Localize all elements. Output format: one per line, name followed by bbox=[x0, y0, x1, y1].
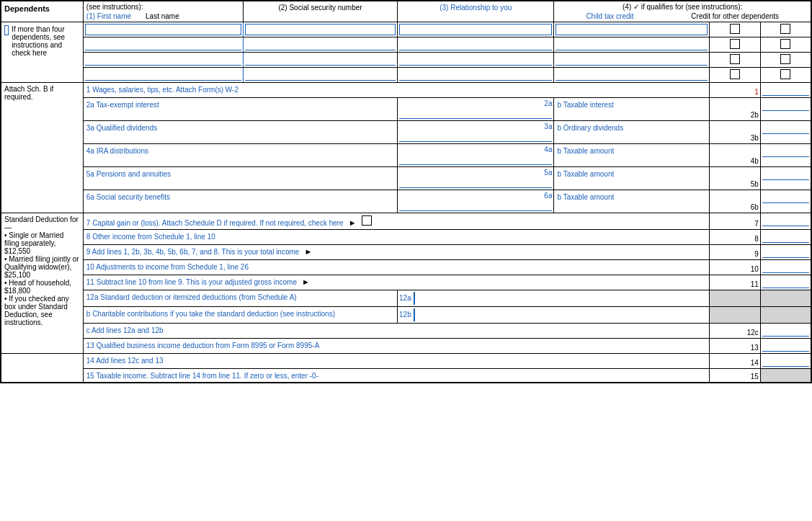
line-9-text: 9 Add lines 1, 2b, 3b, 4b, 5b, 6b, 7, an… bbox=[86, 248, 300, 256]
line-6b-input[interactable] bbox=[762, 192, 809, 203]
dep3-last-name[interactable] bbox=[245, 54, 396, 66]
dep1-first-name[interactable] bbox=[85, 24, 241, 35]
line-10-input[interactable] bbox=[762, 262, 809, 273]
line-14-row: 14 Add lines 12c and 13 14 bbox=[1, 354, 811, 369]
arrow-9: ► bbox=[304, 247, 312, 256]
line-4b-input[interactable] bbox=[762, 146, 809, 157]
line-11-num: 11 bbox=[751, 280, 759, 288]
dep3-other-dep-checkbox[interactable] bbox=[780, 54, 790, 64]
line-11-row: 11 Subtract line 10 from line 9. This is… bbox=[1, 275, 811, 290]
line-15-row: 15 Taxable income. Subtract line 14 from… bbox=[1, 369, 811, 383]
line-4a-label: 4a bbox=[544, 146, 552, 153]
line-3b-input[interactable] bbox=[762, 123, 809, 134]
dep1-relationship[interactable] bbox=[556, 24, 708, 35]
dep4-ssn[interactable] bbox=[399, 69, 552, 81]
line-13-row: 13 Qualified business income deduction f… bbox=[1, 339, 811, 354]
dependent-row-1: If more than four dependents, see instru… bbox=[1, 22, 811, 37]
line-2a-text: 2a Tax-exempt interest bbox=[86, 101, 159, 109]
line-9-num: 9 bbox=[754, 250, 759, 258]
dep2-last-name[interactable] bbox=[245, 39, 396, 50]
if-more-checkbox[interactable] bbox=[4, 25, 9, 35]
child-tax-credit-label: Child tax credit bbox=[586, 12, 633, 20]
line-14-text: 14 Add lines 12c and 13 bbox=[86, 357, 164, 365]
arrow-11: ► bbox=[302, 277, 310, 286]
dep4-other-dep-checkbox[interactable] bbox=[780, 69, 790, 79]
line-6a-label: 6a bbox=[544, 192, 552, 200]
last-name-label: Last name bbox=[146, 12, 179, 20]
line-14-num: 14 bbox=[751, 359, 759, 367]
col1-header: (see instructions): bbox=[86, 3, 240, 11]
line-3a-text: 3a Qualified dividends bbox=[86, 124, 157, 132]
col2-header: (2) Social security number bbox=[278, 4, 362, 12]
dep1-child-tax-checkbox[interactable] bbox=[730, 24, 740, 34]
dep4-child-tax-checkbox[interactable] bbox=[730, 69, 740, 79]
standard-deduction-label: Standard Deduction for— • Single or Marr… bbox=[4, 215, 79, 326]
line-6a-text: 6a Social security benefits bbox=[86, 193, 170, 201]
line-12c-input[interactable] bbox=[762, 325, 809, 337]
dep2-first-name[interactable] bbox=[85, 39, 241, 50]
dep2-other-dep-checkbox[interactable] bbox=[780, 39, 790, 49]
line-2b-label: b Taxable interest bbox=[557, 101, 613, 109]
line-5b-input[interactable] bbox=[762, 169, 809, 180]
col4-header: (4) ✓ if qualifies for (see instructions… bbox=[557, 3, 808, 11]
line-6b-label: b Taxable amount bbox=[557, 193, 614, 201]
dep2-ssn[interactable] bbox=[399, 39, 552, 50]
dependents-label: Dependents bbox=[4, 4, 50, 13]
dependent-row-2 bbox=[1, 37, 811, 53]
line-7-row: Standard Deduction for— • Single or Marr… bbox=[1, 213, 811, 230]
line-2b-num: 2b bbox=[751, 111, 759, 119]
line-12b-field-label: 12b bbox=[399, 311, 411, 319]
dep3-ssn[interactable] bbox=[399, 54, 552, 66]
line-5-row: 5a Pensions and annuities 5a b Taxable a… bbox=[1, 167, 811, 190]
line-13-input[interactable] bbox=[762, 340, 809, 352]
line-7-checkbox[interactable] bbox=[362, 215, 372, 226]
line-7-input[interactable] bbox=[762, 215, 809, 226]
dep2-relationship[interactable] bbox=[556, 39, 708, 50]
dep4-first-name[interactable] bbox=[85, 69, 241, 81]
line-3-row: 3a Qualified dividends 3a b Ordinary div… bbox=[1, 121, 811, 144]
line-13-num: 13 bbox=[751, 344, 759, 352]
line-3a-input[interactable] bbox=[399, 130, 552, 142]
line-10-num: 10 bbox=[751, 265, 759, 273]
dep1-ssn[interactable] bbox=[399, 24, 552, 35]
line-5b-num: 5b bbox=[751, 180, 759, 188]
line-4a-input[interactable] bbox=[399, 153, 552, 165]
line-7-num: 7 bbox=[754, 220, 759, 228]
line-2a-label: 2a bbox=[544, 99, 552, 107]
line-12c-row: c Add lines 12a and 12b 12c bbox=[1, 324, 811, 339]
line-8-input[interactable] bbox=[762, 231, 809, 243]
line-2a-input[interactable] bbox=[399, 107, 552, 119]
line-9-row: 9 Add lines 1, 2b, 3b, 4b, 5b, 6b, 7, an… bbox=[1, 245, 811, 260]
line-5a-input[interactable] bbox=[399, 177, 552, 188]
dep4-relationship[interactable] bbox=[556, 69, 708, 81]
line-3a-label: 3a bbox=[544, 123, 552, 130]
line-11-input[interactable] bbox=[762, 277, 809, 288]
dep3-relationship[interactable] bbox=[556, 54, 708, 66]
dep3-first-name[interactable] bbox=[85, 54, 241, 66]
dep4-last-name[interactable] bbox=[245, 69, 396, 81]
line-12c-text: c Add lines 12a and 12b bbox=[86, 326, 164, 334]
line-4-row: 4a IRA distributions 4a b Taxable amount… bbox=[1, 144, 811, 167]
line-2b-input[interactable] bbox=[762, 99, 809, 111]
dep2-child-tax-checkbox[interactable] bbox=[730, 39, 740, 49]
line-8-text: 8 Other income from Schedule 1, line 10 bbox=[86, 233, 215, 241]
line-10-text: 10 Adjustments to income from Schedule 1… bbox=[86, 263, 249, 271]
line-1-input[interactable] bbox=[762, 84, 809, 96]
line-12a-text: 12a Standard deduction or itemized deduc… bbox=[86, 293, 297, 301]
line-5a-text: 5a Pensions and annuities bbox=[86, 170, 171, 178]
line-6a-input[interactable] bbox=[399, 200, 552, 211]
col3-header: (3) Relationship to you bbox=[440, 4, 512, 12]
dep1-last-name[interactable] bbox=[245, 24, 396, 35]
line-15-text: 15 Taxable income. Subtract line 14 from… bbox=[86, 372, 318, 380]
line-14-input[interactable] bbox=[762, 355, 809, 367]
line-10-row: 10 Adjustments to income from Schedule 1… bbox=[1, 260, 811, 275]
line-4a-text: 4a IRA distributions bbox=[86, 147, 148, 155]
line-8-row: 8 Other income from Schedule 1, line 10 … bbox=[1, 230, 811, 245]
dependent-row-3 bbox=[1, 53, 811, 68]
line-9-input[interactable] bbox=[762, 246, 809, 258]
line-2-row: 2a Tax-exempt interest 2a b Taxable inte… bbox=[1, 98, 811, 121]
line-12b-row: b Charitable contributions if you take t… bbox=[1, 307, 811, 324]
dep1-other-dep-checkbox[interactable] bbox=[780, 24, 790, 34]
line-15-num: 15 bbox=[751, 373, 759, 380]
dep3-child-tax-checkbox[interactable] bbox=[730, 54, 740, 64]
